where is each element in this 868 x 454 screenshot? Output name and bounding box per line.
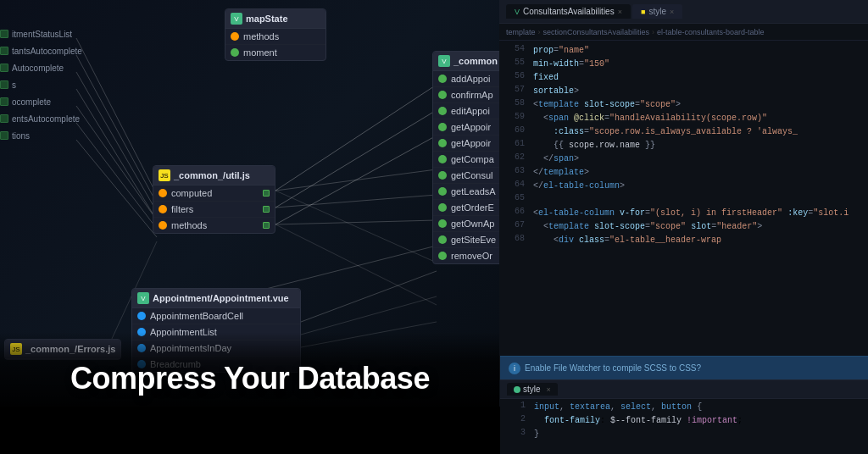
line-num-61: 61	[506, 139, 525, 148]
scss-code-1: input, textarea, select, button {	[534, 401, 702, 414]
appointment-node-header: V Appointment/Appointment.vue	[132, 289, 300, 308]
util-row-filters: filters	[153, 202, 275, 218]
label-getconsul: getConsul	[451, 170, 493, 180]
line-code-67: <template slot-scope="scope" slot="heade…	[533, 220, 762, 234]
left-items-list: itmentStatusList tantsAutocomplete Autoc…	[0, 25, 86, 144]
mapstate-icon: V	[231, 13, 242, 25]
mapstate-header: V mapState	[225, 9, 326, 29]
left-item-4: ocomplete	[12, 97, 51, 107]
svg-line-10	[275, 169, 437, 191]
scss-code-2: font-family: $--font-family !important;	[534, 414, 743, 428]
line-num-60: 60	[506, 125, 525, 135]
title-overlay: Compress Your Database	[0, 332, 500, 407]
port-computed	[263, 190, 270, 197]
label-getcompa: getCompa	[451, 154, 494, 164]
label-editappoi: editAppoi	[451, 106, 490, 116]
scss-tab-style[interactable]: style ×	[507, 383, 558, 396]
tab-close-consultants[interactable]: ×	[618, 8, 622, 16]
scss-num-2: 2	[507, 414, 526, 424]
editor-tabs: V ConsultantsAvailabilities × ■ style ×	[499, 0, 868, 24]
line-num-66: 66	[506, 207, 525, 216]
svg-line-12	[275, 220, 437, 224]
dot-computed	[159, 189, 167, 197]
line-num-62: 62	[506, 152, 525, 162]
label-getownap: getOwnAp	[451, 219, 494, 229]
code-line-61: 61 {{ scope.row.name }}	[499, 139, 868, 152]
tab-style-label: style	[648, 7, 666, 16]
code-line-67: 67 <template slot-scope="scope" slot="he…	[499, 220, 868, 234]
label-addappoi: addAppoi	[451, 74, 491, 84]
dot-methods	[159, 221, 167, 230]
code-line-58: 58 <template slot-scope="scope">	[499, 98, 868, 112]
dot-6	[438, 155, 447, 163]
line-code-68: <div class="el-table__header-wrap	[533, 234, 721, 247]
common-row-11: getSiteEve	[433, 232, 500, 248]
common-node: V _common addAppoi confirmAp editAppoi g…	[432, 51, 500, 264]
common-row-7: getConsul	[433, 168, 500, 184]
svg-line-7	[275, 85, 437, 191]
svg-line-5	[76, 123, 157, 229]
svg-line-17	[301, 296, 437, 335]
appointment-icon: V	[137, 292, 149, 304]
svg-line-0	[76, 38, 157, 195]
label-computed: computed	[171, 188, 212, 198]
dot-9	[438, 203, 447, 212]
dot-5	[438, 139, 447, 147]
moment-row: moment	[225, 45, 326, 60]
left-item-5: entsAutocomplete	[12, 114, 80, 124]
appointment-node-title: Appointment/Appointment.vue	[153, 293, 289, 303]
svg-line-4	[76, 106, 157, 220]
util-row-computed: computed	[153, 185, 275, 202]
scss-tab-close[interactable]: ×	[547, 385, 551, 394]
breadcrumb-section: sectionConsultantsAvailabilities	[543, 28, 649, 36]
mapstate-node: V mapState methods moment	[225, 8, 326, 61]
scss-tabs: style ×	[500, 380, 868, 399]
code-line-63: 63 </template>	[499, 166, 868, 180]
scss-line-1: 1 input, textarea, select, button {	[500, 401, 868, 414]
common-node-header: V _common	[433, 52, 500, 71]
common-row-8: getLeadsA	[433, 184, 500, 200]
common-icon: V	[438, 55, 450, 67]
line-code-54: prop="name"	[533, 44, 589, 58]
dot-10	[438, 219, 447, 228]
code-line-65: 65	[499, 193, 868, 207]
common-row-6: getCompa	[433, 152, 500, 168]
code-content: 54 prop="name" 55 min-width="150" 56 fix…	[499, 41, 868, 407]
line-code-62: </span>	[533, 152, 579, 166]
left-item-6: tions	[12, 131, 30, 141]
line-code-64: </el-table-column>	[533, 180, 625, 193]
line-code-56: fixed	[533, 71, 559, 85]
breadcrumb-text: template	[506, 28, 536, 36]
line-num-68: 68	[506, 234, 525, 243]
util-node-header: JS _common_/util.js	[153, 166, 275, 185]
scss-editor: style × 1 input, textarea, select, butto…	[500, 379, 868, 454]
line-num-59: 59	[506, 112, 525, 121]
common-row-5: getAppoir	[433, 136, 500, 152]
code-line-66: 66 <el-table-column v-for="(slot, i) in …	[499, 207, 868, 220]
mapstate-title: mapState	[246, 14, 288, 24]
dot-4	[438, 123, 447, 131]
tab-style[interactable]: ■ style ×	[632, 4, 682, 19]
breadcrumb-sep2: ›	[652, 28, 654, 36]
common-row-1: addAppoi	[433, 71, 500, 87]
notify-icon-symbol: i	[514, 364, 515, 373]
dot-7	[438, 171, 447, 180]
common-row-9: getOrderE	[433, 200, 500, 216]
util-node: JS _common_/util.js computed filters met…	[153, 165, 275, 234]
line-num-58: 58	[506, 98, 525, 108]
dot-appt-1	[137, 312, 146, 320]
label-getleadsa: getLeadsA	[451, 186, 496, 197]
code-line-62: 62 </span>	[499, 152, 868, 166]
tab-close-style[interactable]: ×	[670, 8, 674, 16]
page-title: Compress Your Database	[70, 361, 430, 396]
label-methods2: methods	[243, 31, 279, 42]
tab-consultants[interactable]: V ConsultantsAvailabilities ×	[506, 4, 631, 19]
label-getsiteeve: getSiteEve	[451, 235, 496, 245]
line-code-58: <template slot-scope="scope">	[533, 98, 681, 112]
methods-row: methods	[225, 29, 326, 45]
label-removeor: removeOr	[451, 251, 492, 261]
breadcrumb-sep1: ›	[538, 28, 541, 36]
code-line-56: 56 fixed	[499, 71, 868, 85]
notify-bar: i Enable File Watcher to compile SCSS to…	[500, 356, 868, 379]
dot-3	[438, 107, 447, 115]
